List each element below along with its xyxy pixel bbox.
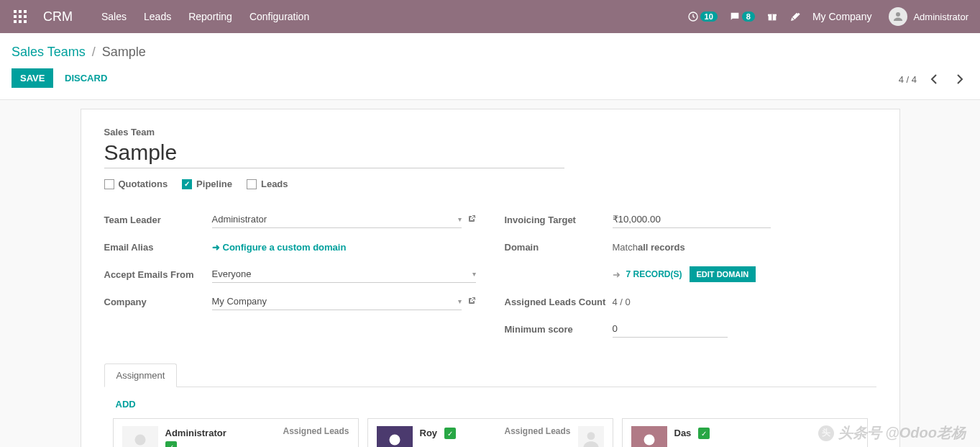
domain-label: Domain <box>505 242 613 253</box>
configure-domain-link[interactable]: ➜Configure a custom domain <box>212 242 347 253</box>
team-leader-label: Team Leader <box>104 215 212 225</box>
svg-point-5 <box>134 435 145 446</box>
member-card[interactable]: Roy ✓ Assigned Leads <box>367 418 613 447</box>
user-name: Administrator <box>913 12 968 22</box>
pager-prev[interactable] <box>925 71 943 88</box>
assigned-leads-value: 4 / 0 <box>613 297 876 307</box>
pager-next[interactable] <box>951 71 968 88</box>
email-alias-label: Email Alias <box>104 242 212 253</box>
tab-assignment[interactable]: Assignment <box>104 364 178 387</box>
add-member-button[interactable]: ADD <box>116 399 136 410</box>
assigned-leads-label: Assigned Leads Count <box>505 297 613 307</box>
team-name-input[interactable] <box>104 137 564 168</box>
external-link-icon[interactable] <box>467 297 476 307</box>
nav-leads[interactable]: Leads <box>144 11 171 22</box>
company-label: Company <box>104 297 212 307</box>
tabs: Assignment <box>104 364 876 387</box>
svg-point-8 <box>644 435 654 446</box>
form-scroll[interactable]: Sales Team Quotations ✓Pipeline Leads Te… <box>0 100 980 447</box>
external-link-icon[interactable] <box>467 215 476 225</box>
caret-down-icon: ▾ <box>458 215 462 223</box>
invoicing-target-label: Invoicing Target <box>505 215 613 225</box>
messages-button[interactable]: 8 <box>729 11 755 22</box>
check-icon: ✓ <box>698 428 710 439</box>
options-row: Quotations ✓Pipeline Leads <box>104 179 876 189</box>
arrow-right-icon: ➜ <box>212 242 220 253</box>
member-card[interactable]: Das ✓ <box>622 418 868 447</box>
activities-badge: 10 <box>700 12 718 22</box>
assigned-leads-label: Assigned Leads <box>283 426 349 436</box>
nav-reporting[interactable]: Reporting <box>188 11 232 22</box>
caret-down-icon: ▾ <box>472 270 476 278</box>
topbar-right: 10 8 My Company Administrator <box>687 7 968 26</box>
accept-emails-select[interactable]: Everyone▾ <box>212 266 476 283</box>
apps-menu-button[interactable] <box>12 8 29 25</box>
invoicing-target-input[interactable] <box>613 211 771 228</box>
user-avatar-icon <box>889 7 907 26</box>
assigned-leads-label: Assigned Leads <box>504 426 570 436</box>
form-sheet: Sales Team Quotations ✓Pipeline Leads Te… <box>81 109 900 447</box>
avatar-icon <box>578 426 604 447</box>
quotations-checkbox[interactable]: Quotations <box>104 179 168 189</box>
discard-button[interactable]: DISCARD <box>56 68 116 88</box>
arrow-right-icon: ➜ <box>613 269 620 280</box>
save-button[interactable]: SAVE <box>12 68 53 88</box>
nav-sales[interactable]: Sales <box>101 11 127 22</box>
svg-point-4 <box>896 12 900 17</box>
member-name: Roy <box>420 428 438 438</box>
section-label: Sales Team <box>104 127 876 137</box>
members-row: Administrator✓ Assigned Leads Roy ✓ Assi… <box>104 418 876 447</box>
activities-button[interactable]: 10 <box>687 11 718 22</box>
breadcrumb-current: Sample <box>102 45 146 59</box>
caret-down-icon: ▾ <box>458 297 462 305</box>
company-switcher[interactable]: My Company <box>812 11 871 22</box>
right-column: Invoicing Target Domain Match all record… <box>505 209 876 346</box>
pipeline-checkbox[interactable]: ✓Pipeline <box>182 179 232 189</box>
nav-configuration[interactable]: Configuration <box>249 11 309 22</box>
pager-label[interactable]: 4 / 4 <box>899 74 917 85</box>
check-icon: ✓ <box>165 441 177 447</box>
main-nav: Sales Leads Reporting Configuration <box>101 11 309 22</box>
leads-checkbox[interactable]: Leads <box>247 179 288 189</box>
breadcrumb: Sales Teams / Sample <box>12 45 146 60</box>
debug-icon[interactable] <box>789 11 801 22</box>
breadcrumb-root[interactable]: Sales Teams <box>12 45 86 59</box>
svg-rect-3 <box>771 14 772 21</box>
user-menu[interactable]: Administrator <box>889 7 968 26</box>
control-panel: Sales Teams / Sample SAVE DISCARD 4 / 4 <box>0 33 980 100</box>
min-score-label: Minimum score <box>505 324 613 335</box>
avatar-icon <box>631 426 667 447</box>
left-column: Team Leader Administrator▾ Email Alias ➜… <box>104 209 476 346</box>
member-card[interactable]: Administrator✓ Assigned Leads <box>113 418 359 447</box>
check-icon: ✓ <box>444 428 456 439</box>
company-select[interactable]: My Company▾ <box>212 293 462 310</box>
records-link[interactable]: 7 RECORD(S) <box>626 269 682 279</box>
team-leader-select[interactable]: Administrator▾ <box>212 211 462 228</box>
breadcrumb-sep: / <box>92 45 96 59</box>
member-name: Das <box>674 428 692 438</box>
app-brand[interactable]: CRM <box>43 9 73 24</box>
member-name: Administrator <box>165 428 226 438</box>
svg-point-6 <box>389 435 400 446</box>
domain-text: Match all records <box>613 242 876 253</box>
avatar-icon <box>377 426 413 447</box>
messages-badge: 8 <box>742 12 755 22</box>
gift-icon[interactable] <box>766 11 778 22</box>
edit-domain-button[interactable]: EDIT DOMAIN <box>690 266 756 282</box>
avatar-icon <box>122 426 158 447</box>
min-score-input[interactable] <box>613 320 728 338</box>
accept-emails-label: Accept Emails From <box>104 269 212 280</box>
topbar: CRM Sales Leads Reporting Configuration … <box>0 0 980 33</box>
svg-point-7 <box>587 432 595 440</box>
